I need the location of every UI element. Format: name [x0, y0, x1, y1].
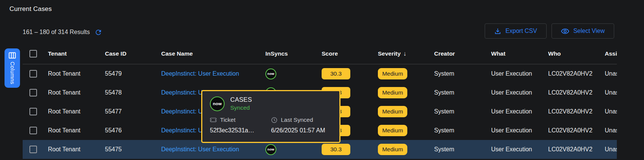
row-select-cell — [23, 146, 48, 153]
what-cell: User Execution — [491, 70, 548, 77]
page-title: Current Cases — [9, 5, 52, 13]
tenant-cell: Root Tenant — [48, 127, 105, 134]
creator-cell: System — [434, 89, 491, 96]
export-csv-button[interactable]: Export CSV — [485, 23, 547, 39]
tenant-cell: Root Tenant — [48, 70, 105, 77]
case-name-link[interactable]: DeepInstinct: User Execution — [161, 70, 239, 77]
creator-cell: System — [434, 127, 491, 134]
tenant-cell: Root Tenant — [48, 89, 105, 96]
header-who[interactable]: Who — [548, 50, 605, 57]
sort-descending-icon[interactable]: ↓ — [403, 50, 406, 57]
creator-cell: System — [434, 70, 491, 77]
case-name-link[interactable]: DeepInstinct: User Execution — [161, 146, 239, 153]
refresh-icon[interactable] — [94, 28, 102, 36]
who-cell: LC02V82A0HV2 — [548, 70, 605, 77]
table-header-row: Tenant Case ID Case Name InSyncs Score S… — [23, 43, 617, 64]
assignee-cell: Unassigned — [605, 89, 617, 96]
case-name-cell: DeepInstinct: User Execution — [161, 70, 265, 77]
severity-badge: Medium — [378, 68, 407, 79]
eye-icon — [561, 28, 569, 34]
what-cell: User Execution — [491, 146, 548, 153]
header-creator[interactable]: Creator — [434, 50, 491, 57]
insyncs-cell: now — [265, 68, 322, 79]
top-actions: Export CSV Select View — [485, 23, 614, 39]
row-checkbox[interactable] — [29, 108, 37, 115]
table-row[interactable]: Root Tenant 55479 DeepInstinct: User Exe… — [23, 64, 617, 83]
score-cell: 30.3 — [322, 68, 378, 79]
select-view-button[interactable]: Select View — [552, 23, 614, 39]
case-id-cell: 55475 — [105, 146, 161, 153]
tooltip-header: now CASES Synced — [210, 96, 333, 111]
sync-status-text: Synced — [230, 104, 252, 111]
servicenow-sync-icon[interactable]: now — [265, 68, 276, 79]
score-badge: 30.3 — [322, 68, 350, 79]
tooltip-title-block: CASES Synced — [230, 96, 252, 111]
severity-cell: Medium — [378, 106, 434, 117]
header-severity-label: Severity — [378, 50, 401, 57]
severity-cell: Medium — [378, 144, 434, 155]
who-cell: LC02V82A0HV2 — [548, 146, 605, 153]
export-csv-label: Export CSV — [505, 28, 537, 34]
header-what[interactable]: What — [491, 50, 548, 57]
severity-badge: Medium — [378, 125, 407, 136]
header-tenant[interactable]: Tenant — [48, 50, 105, 57]
results-count-text: 161 – 180 of 314 Results — [23, 29, 90, 36]
tooltip-details: Ticket Last Synced 52f3ec32531a… 6/26/20… — [210, 117, 333, 134]
header-case-id[interactable]: Case ID — [105, 50, 161, 57]
severity-cell: Medium — [378, 125, 434, 136]
ticket-value: 52f3ec32531a… — [210, 127, 271, 134]
who-cell: LC02V82A0HV2 — [548, 108, 605, 115]
header-insyncs[interactable]: InSyncs — [265, 50, 322, 57]
row-checkbox[interactable] — [29, 89, 37, 96]
header-assignee[interactable]: Assignee — [605, 50, 617, 57]
ticket-label: Ticket — [220, 117, 236, 123]
servicenow-logo-icon: now — [210, 96, 225, 111]
row-select-cell — [23, 70, 48, 78]
creator-cell: System — [434, 108, 491, 115]
who-cell: LC02V82A0HV2 — [548, 89, 605, 96]
last-synced-value: 6/26/2025 01:57 AM — [271, 127, 333, 134]
severity-cell: Medium — [378, 68, 434, 79]
what-cell: User Execution — [491, 108, 548, 115]
servicenow-sync-icon[interactable]: now — [265, 144, 276, 155]
refresh-icon-glyph — [94, 28, 102, 36]
download-icon — [494, 28, 501, 35]
row-select-cell — [23, 127, 48, 134]
assignee-cell: Unassigned — [605, 70, 617, 77]
assignee-cell: Unassigned — [605, 127, 617, 134]
case-id-cell: 55477 — [105, 108, 161, 115]
tenant-cell: Root Tenant — [48, 146, 105, 153]
select-all-checkbox[interactable] — [29, 50, 37, 57]
row-select-cell — [23, 108, 48, 115]
table-columns-icon — [9, 52, 16, 59]
case-id-cell: 55478 — [105, 89, 161, 96]
what-cell: User Execution — [491, 89, 548, 96]
servicenow-sync-tooltip: now CASES Synced Ticket Last Synced 52f3… — [201, 90, 340, 143]
who-cell: LC02V82A0HV2 — [548, 127, 605, 134]
case-name-cell: DeepInstinct: User Execution — [161, 146, 265, 153]
header-select-all-cell — [23, 50, 48, 57]
score-badge: 30.3 — [322, 144, 350, 155]
ticket-label-row: Ticket — [210, 117, 271, 123]
columns-tab-label: Columns — [9, 62, 15, 84]
header-severity[interactable]: Severity ↓ — [378, 50, 434, 57]
severity-badge: Medium — [378, 144, 407, 155]
header-case-name[interactable]: Case Name — [161, 50, 265, 57]
case-id-cell: 55476 — [105, 127, 161, 134]
score-cell: 30.3 — [322, 144, 378, 155]
last-synced-label: Last Synced — [281, 117, 313, 123]
columns-panel-tab[interactable]: Columns — [5, 48, 20, 88]
case-id-cell: 55479 — [105, 70, 161, 77]
row-checkbox[interactable] — [29, 127, 37, 134]
severity-badge: Medium — [378, 87, 407, 98]
row-checkbox[interactable] — [29, 70, 37, 78]
row-select-cell — [23, 89, 48, 96]
results-bar: 161 – 180 of 314 Results — [23, 28, 102, 37]
header-score[interactable]: Score — [322, 50, 378, 57]
select-view-label: Select View — [573, 28, 605, 34]
creator-cell: System — [434, 146, 491, 153]
ticket-icon — [210, 117, 217, 123]
row-checkbox[interactable] — [29, 146, 37, 153]
tooltip-title: CASES — [230, 96, 252, 103]
insyncs-cell: now — [265, 144, 322, 155]
